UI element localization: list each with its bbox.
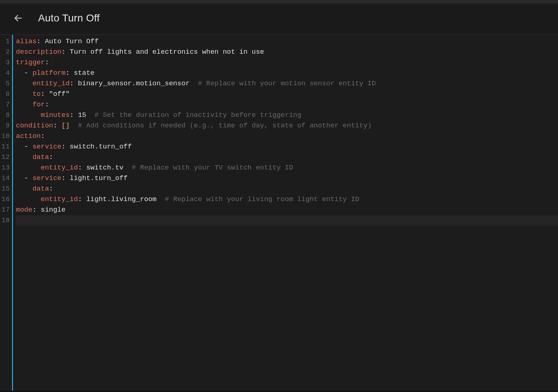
code-token: # Replace with your living room light en… bbox=[165, 195, 359, 203]
code-token: light.living_room bbox=[86, 195, 157, 203]
code-token: : bbox=[45, 101, 49, 109]
code-token: : bbox=[37, 37, 45, 45]
code-line[interactable]: - service: switch.turn_off bbox=[16, 142, 558, 152]
code-line[interactable]: to: "off" bbox=[16, 89, 558, 99]
code-content[interactable]: alias: Auto Turn Offdescription: Turn of… bbox=[13, 35, 558, 391]
line-number: 3 bbox=[1, 57, 10, 68]
line-number: 5 bbox=[1, 78, 10, 89]
code-line[interactable]: mode: single bbox=[16, 205, 558, 215]
code-token: entity_id bbox=[41, 195, 78, 203]
code-token: service bbox=[32, 143, 61, 151]
code-token: "off" bbox=[49, 90, 70, 98]
code-token: : bbox=[41, 132, 45, 140]
code-token: service bbox=[32, 174, 61, 182]
code-token: : bbox=[49, 153, 53, 161]
code-token bbox=[16, 185, 33, 193]
line-number: 13 bbox=[1, 163, 10, 173]
code-token: [] bbox=[61, 122, 70, 130]
code-token: : bbox=[61, 174, 70, 182]
code-token: : bbox=[70, 79, 78, 87]
back-button[interactable] bbox=[11, 11, 25, 25]
code-line[interactable]: - service: light.turn_off bbox=[16, 173, 558, 184]
line-number: 17 bbox=[1, 205, 10, 215]
code-line[interactable]: minutes: 15 # Set the duration of inacti… bbox=[16, 110, 558, 121]
code-line[interactable]: - platform: state bbox=[16, 68, 558, 78]
line-number: 9 bbox=[1, 121, 10, 131]
code-token: switch.turn_off bbox=[70, 143, 132, 151]
code-line[interactable]: description: Turn off lights and electro… bbox=[16, 47, 558, 57]
code-token: : bbox=[53, 122, 61, 130]
code-token: : bbox=[49, 185, 53, 193]
code-token: to bbox=[32, 90, 41, 98]
code-line[interactable]: condition: [] # Add conditions if needed… bbox=[16, 121, 558, 131]
code-token: : bbox=[45, 58, 49, 66]
code-line[interactable]: for: bbox=[16, 99, 558, 110]
line-number: 12 bbox=[1, 152, 10, 163]
code-token bbox=[16, 79, 33, 87]
code-token: # Replace with your motion sensor entity… bbox=[198, 79, 376, 87]
code-token bbox=[190, 79, 198, 87]
page-title: Auto Turn Off bbox=[38, 12, 100, 24]
code-token bbox=[123, 164, 132, 172]
code-token: entity_id bbox=[41, 164, 78, 172]
code-line[interactable]: trigger: bbox=[16, 57, 558, 68]
code-token bbox=[157, 195, 165, 203]
code-line[interactable]: action: bbox=[16, 131, 558, 142]
code-token: Auto Turn Off bbox=[45, 37, 99, 45]
code-token: : bbox=[32, 206, 41, 214]
line-number: 7 bbox=[1, 99, 10, 110]
code-token: # Add conditions if needed (e.g., time o… bbox=[78, 122, 372, 130]
code-token: - bbox=[16, 174, 33, 182]
code-line[interactable]: entity_id: switch.tv # Replace with your… bbox=[16, 163, 558, 173]
line-number: 14 bbox=[1, 173, 10, 184]
code-token: data bbox=[32, 153, 49, 161]
code-token bbox=[16, 195, 41, 203]
code-token: state bbox=[74, 69, 94, 77]
line-number: 10 bbox=[1, 131, 10, 142]
code-token: minutes bbox=[41, 111, 70, 119]
code-token: # Set the duration of inactivity before … bbox=[95, 111, 301, 119]
code-line[interactable] bbox=[16, 215, 558, 226]
code-token: : bbox=[70, 111, 78, 119]
line-number: 11 bbox=[1, 142, 10, 152]
line-number: 15 bbox=[1, 184, 10, 194]
code-token: mode bbox=[16, 206, 33, 214]
code-token: action bbox=[16, 132, 41, 140]
code-token: : bbox=[78, 195, 86, 203]
line-number: 4 bbox=[1, 68, 10, 78]
code-token: single bbox=[41, 206, 65, 214]
code-token bbox=[86, 111, 95, 119]
code-token bbox=[70, 122, 78, 130]
arrow-left-icon bbox=[13, 13, 23, 23]
code-line[interactable]: data: bbox=[16, 184, 558, 194]
code-token: - bbox=[16, 69, 33, 77]
code-line[interactable]: data: bbox=[16, 152, 558, 163]
code-token: for bbox=[32, 101, 45, 109]
line-number: 1 bbox=[1, 36, 10, 47]
code-token: condition bbox=[16, 122, 53, 130]
line-number: 8 bbox=[1, 110, 10, 121]
code-token: platform bbox=[32, 69, 65, 77]
code-token: - bbox=[16, 143, 33, 151]
code-token bbox=[16, 153, 33, 161]
line-number: 2 bbox=[1, 47, 10, 57]
window-top-edge bbox=[0, 0, 558, 4]
line-number: 16 bbox=[1, 194, 10, 205]
code-token: switch.tv bbox=[86, 164, 124, 172]
yaml-editor[interactable]: 123456789101112131415161718 alias: Auto … bbox=[0, 34, 558, 391]
code-token: data bbox=[32, 185, 49, 193]
code-token: 15 bbox=[78, 111, 86, 119]
code-token: binary_sensor.motion_sensor bbox=[78, 79, 190, 87]
code-token: light.turn_off bbox=[70, 174, 128, 182]
line-number-gutter: 123456789101112131415161718 bbox=[0, 35, 12, 391]
code-token bbox=[16, 164, 41, 172]
code-line[interactable]: alias: Auto Turn Off bbox=[16, 36, 558, 47]
code-token: : bbox=[66, 69, 74, 77]
code-line[interactable]: entity_id: binary_sensor.motion_sensor #… bbox=[16, 78, 558, 89]
code-token: : bbox=[61, 48, 70, 56]
code-token: : bbox=[61, 143, 70, 151]
code-token: description bbox=[16, 48, 61, 56]
code-line[interactable]: entity_id: light.living_room # Replace w… bbox=[16, 194, 558, 205]
line-number: 6 bbox=[1, 89, 10, 99]
code-token: alias bbox=[16, 37, 37, 45]
